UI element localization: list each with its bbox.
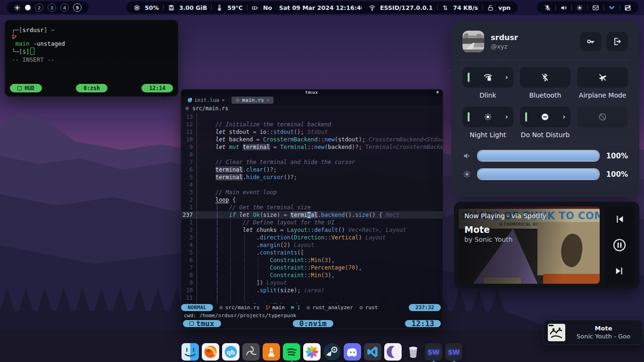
code-line: 10 │ │ │ .split(size); (area) [181,287,443,294]
previous-track-button[interactable] [614,214,625,224]
logout-button[interactable] [606,32,628,51]
dock-icon-vlc[interactable] [263,343,280,361]
top-bar: 2345 50% 3.00 GiB 59°C No Bat Sat 09 Mar… [0,0,644,15]
separator [482,5,483,10]
tmux-session-tmux[interactable]: tmux [183,320,221,327]
toggle-cell [577,107,628,143]
dock-icon-vscode[interactable] [364,343,381,361]
slider-value: 100% [605,170,628,179]
editor-window[interactable]: tmux x init.lua×main.rs× src/main.rs 131… [181,89,443,329]
keyring-button[interactable] [580,32,602,51]
toggle-bluetooth[interactable] [520,67,571,88]
dock-icon-steam[interactable] [323,343,341,361]
dock-icon-moon-app[interactable] [384,343,402,361]
mic-muted-icon[interactable] [544,4,551,11]
workspace-indicators: 2345 [25,3,82,12]
editor-tmux-bar: tmux 0:nvim 12:13 [181,319,443,329]
next-track-button[interactable] [614,266,625,276]
toggle-night-light[interactable]: › [462,107,513,127]
cursor-position-label: 237:32 [415,304,434,311]
square-icon [190,321,194,326]
tmux-clock-label: 12:13 [412,319,434,328]
volume-icon[interactable] [560,4,567,11]
chevron-down-icon[interactable] [608,4,615,11]
separator [603,5,604,10]
clock-pill[interactable]: Sat 09 Mar 2024 12:16:40 [272,1,372,14]
dock-icon-discord[interactable] [344,343,361,361]
line-number: 8 [181,272,197,279]
separator [619,5,620,10]
dock-icon-qbittorrent[interactable]: qb [222,343,239,361]
workspace-5[interactable]: 5 [73,3,82,12]
stats-pill: 50% 3.00 GiB 59°C No Bat [126,1,292,14]
avatar [462,31,484,52]
code-line-current: 237 │ if let Ok(size) = terminal.backend… [181,211,443,219]
divider [461,60,630,60]
tmux-clock: 12:14 [141,84,173,92]
toggle-blocked[interactable] [577,107,628,127]
line-number: 9 [181,279,197,287]
breadcrumb-path: src/main.rs [192,105,228,112]
dock-icon-swirl-app[interactable] [242,343,260,361]
volume-slider-icon [462,151,471,160]
cpu-icon [133,4,140,11]
toggle-do-not-disturb[interactable]: › [520,107,571,127]
workspace-2[interactable]: 2 [35,3,43,12]
tmux-clock-label: 12:14 [149,85,165,91]
buffer-tab-init.lua[interactable]: init.lua× [184,97,229,104]
window-close-button[interactable]: x [436,90,439,94]
dock-icon-finder[interactable] [182,343,199,361]
dock-icon-firefox[interactable] [202,343,219,361]
username: srdusr [491,33,518,42]
tmux-session-hud[interactable]: HUD [10,84,42,92]
network-pill[interactable]: ESSID/127.0.0.1 74 KB/s vpn [362,1,518,14]
chevron-right-icon[interactable]: › [505,74,508,81]
filetype-label: rust [365,304,378,311]
speaker-slider[interactable] [477,150,600,162]
window-titlebar: tmux x [181,90,443,96]
line-number: 12 [181,302,197,304]
dock-icon-trash[interactable] [405,343,422,361]
toggle-label: Airplane Mode [579,91,627,99]
workspace-4[interactable]: 4 [60,3,69,12]
dock-icon-dollar-w-app[interactable]: $W [425,343,442,361]
airplane-off-icon [597,73,608,82]
chevron-right-icon[interactable]: › [562,114,565,121]
brightness-icon[interactable] [576,4,583,11]
buffer-tab-main.rs[interactable]: main.rs× [231,97,273,104]
tmux-session-label: HUD [25,85,34,91]
tab-close-icon[interactable]: × [222,97,225,103]
album-art[interactable]: SHAPE OF PUNK TO COME A CHIMERICAL BOMBI… [459,206,600,284]
memory-usage: 3.00 GiB [179,4,207,11]
terminal-window[interactable]: ┌─[srdusr] ~ main -unstaged└─[$]-- INSER… [5,20,178,97]
statusline-file: src/main.rs [219,304,260,311]
tmux-window-nvim[interactable]: 0:nvim [293,320,333,327]
tab-close-icon[interactable]: × [266,97,270,103]
notification-popup[interactable]: Mote Sonic Youth - Goo [543,320,643,345]
pause-button[interactable] [612,238,627,252]
cursor-position: 237:32 [409,304,441,311]
lua-icon [188,98,192,102]
dock-icon-photos[interactable] [303,343,321,361]
tmux-session-label: tmux [196,319,215,328]
statusline-diagnostics: 1 [290,304,300,311]
line-number: 6 [181,166,197,173]
workspace-1[interactable] [25,5,31,10]
dock-icon-dollar-w-app[interactable]: $W [445,343,462,361]
terminal-tmux-bar: HUD 0:zsh 12:14 [10,84,173,92]
tmux-window-zsh[interactable]: 0:zsh [76,84,107,92]
code-area[interactable]: 1312 // Initialize the terminal backend1… [181,112,443,304]
toggle-airplane-mode[interactable] [577,67,628,88]
vim-mode: NORMAL [188,304,206,311]
line-number: 5 [181,249,197,256]
chevron-right-icon[interactable]: › [505,114,508,121]
dock-icon-spotify[interactable] [283,343,300,361]
brightness-slider-row: 100% [462,168,628,180]
mail-icon[interactable] [592,4,599,11]
separator [247,5,248,10]
toggles-icon[interactable] [624,4,631,11]
brightness-slider[interactable] [477,168,600,180]
toggle-dlink[interactable]: › [462,67,513,88]
code-line: 12 // Initialize the terminal backend [181,121,443,128]
workspace-3[interactable]: 3 [48,3,56,12]
